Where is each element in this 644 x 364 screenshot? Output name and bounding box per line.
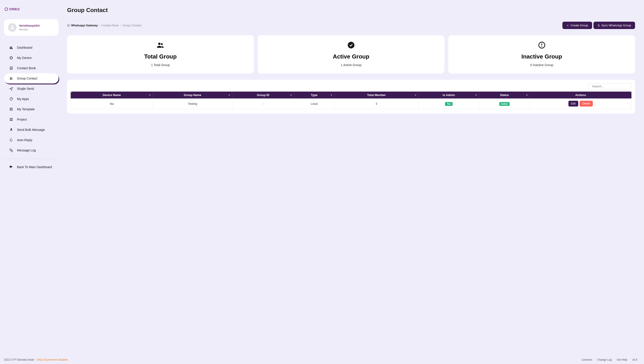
svg-point-8	[10, 77, 12, 78]
footer-copyright: 2022 © PT Borwita Indah -	[4, 358, 37, 361]
create-group-button[interactable]: Create Group	[562, 22, 592, 29]
sidebar-item-my-device[interactable]: My Device	[4, 53, 59, 63]
footer-brand-link[interactable]: Orbiz Ecommerce Enabler	[37, 358, 68, 361]
table-card: Device Name Group Name Group ID Type Tot…	[67, 80, 635, 114]
sidebar-item-label: My Device	[17, 56, 32, 60]
cell-actions: Edit Delete	[530, 98, 631, 109]
col-total-member[interactable]: Total Member	[335, 92, 418, 98]
breadcrumb-separator: ›	[120, 24, 121, 27]
filter-icon	[414, 94, 416, 96]
sidebar-item-label: Dashboard	[17, 46, 33, 49]
col-group-id[interactable]: Group ID	[232, 92, 294, 98]
footer-version: v0.5	[632, 358, 637, 361]
svg-point-23	[161, 43, 163, 45]
stat-sub: 1 Active Group	[262, 63, 440, 67]
stat-title: Active Group	[262, 53, 440, 60]
refresh-icon	[597, 24, 600, 27]
footer-help-link[interactable]: Get Help	[617, 358, 627, 361]
footer-changelog-link[interactable]: Change Log	[597, 358, 612, 361]
cell-type: Local	[294, 98, 334, 109]
cell-status: Active	[479, 98, 530, 109]
svg-point-22	[158, 43, 161, 45]
filter-icon	[330, 94, 332, 96]
message-log-icon	[9, 148, 14, 152]
sidebar-item-contact-book[interactable]: Contact Book	[4, 63, 59, 73]
sidebar-item-label: My Template	[17, 108, 35, 111]
breadcrumb: Whatsapp Gateway › Contact Book › Group …	[67, 24, 141, 27]
cell-group-id: -	[232, 98, 294, 109]
delete-button[interactable]: Delete	[580, 101, 593, 106]
sidebar-item-my-template[interactable]: My Template	[4, 104, 59, 114]
search-box[interactable]	[588, 83, 631, 89]
svg-rect-3	[10, 56, 12, 59]
breadcrumb-separator: ›	[99, 24, 100, 27]
stat-sub: 0 Inactive Group	[453, 63, 630, 67]
sidebar-item-group-contact[interactable]: Group Contact	[4, 73, 59, 84]
logo[interactable]: ORBIZ	[4, 7, 59, 19]
sidebar-item-label: My Apps	[17, 97, 29, 101]
footer-licenses-link[interactable]: Licenses	[582, 358, 592, 361]
stat-card-inactive: Inactive Group 0 Inactive Group	[448, 35, 635, 74]
auto-reply-icon	[9, 138, 14, 142]
sidebar-item-label: Auto Reply	[17, 138, 32, 142]
data-table: Device Name Group Name Group ID Type Tot…	[71, 92, 631, 109]
stat-card-active: Active Group 1 Active Group	[258, 35, 445, 74]
sidebar-item-my-apps[interactable]: My Apps	[4, 94, 59, 104]
col-group-name[interactable]: Group Name	[153, 92, 232, 98]
sidebar-item-label: Contact Book	[17, 66, 36, 70]
footer: 2022 © PT Borwita Indah - Orbiz Ecommerc…	[0, 356, 644, 364]
sidebar-item-send-bulk[interactable]: Send Bulk Message	[4, 124, 59, 135]
whatsapp-icon	[67, 24, 70, 27]
col-is-admin[interactable]: Is Admin	[418, 92, 479, 98]
is-admin-badge: Yes	[445, 102, 452, 106]
stat-sub: 1 Total Group	[72, 63, 249, 67]
cell-total-member: 3	[335, 98, 418, 109]
single-send-icon	[9, 86, 14, 91]
col-status[interactable]: Status	[479, 92, 530, 98]
group-contact-icon	[9, 76, 14, 80]
svg-point-9	[12, 78, 12, 78]
profile-role: Member	[19, 28, 28, 31]
breadcrumb-mid[interactable]: Contact Book	[102, 24, 119, 27]
plus-icon	[566, 24, 569, 27]
nav-divider	[4, 158, 59, 159]
col-type[interactable]: Type	[294, 92, 334, 98]
check-circle-icon	[262, 41, 440, 49]
stat-title: Total Group	[72, 53, 249, 60]
svg-point-7	[11, 68, 12, 68]
sidebar-item-single-send[interactable]: Single Send	[4, 84, 59, 94]
sidebar-item-dashboard[interactable]: Dashboard	[4, 42, 59, 53]
sync-whatsapp-button[interactable]: Sync WhatsApp Group	[593, 22, 635, 29]
breadcrumb-current: Group Contact	[123, 24, 142, 27]
filter-icon	[290, 94, 292, 96]
sidebar-item-auto-reply[interactable]: Auto Reply	[4, 135, 59, 145]
device-icon	[9, 56, 14, 60]
sidebar-item-back[interactable]: Back To Main Dashboard	[4, 162, 59, 172]
filter-icon	[149, 94, 151, 96]
profile-name: fariskhasyaiful	[19, 24, 40, 27]
page-title: Group Contact	[67, 7, 635, 14]
breadcrumb-root[interactable]: Whatsapp Gateway	[67, 24, 98, 27]
sidebar-item-project[interactable]: Project	[4, 114, 59, 124]
svg-point-21	[68, 24, 70, 26]
profile-card[interactable]: fariskhasyaiful Member	[4, 19, 59, 36]
sidebar-item-label: Message Log	[17, 148, 36, 152]
project-icon	[9, 117, 14, 122]
sidebar-item-label: Send Bulk Message	[17, 128, 45, 132]
svg-point-24	[348, 42, 354, 48]
sidebar-item-label: Single Send	[17, 87, 34, 90]
search-input[interactable]	[592, 85, 630, 88]
status-badge: Active	[499, 102, 510, 106]
table-row: Ika Testing - Local 3 Yes Active Edit De…	[71, 98, 631, 109]
edit-button[interactable]: Edit	[568, 101, 578, 106]
rocket-icon	[9, 128, 14, 132]
svg-point-11	[12, 98, 12, 99]
filter-icon	[526, 94, 528, 96]
users-icon	[72, 41, 249, 49]
sidebar-item-label: Back To Main Dashboard	[17, 165, 52, 169]
contact-book-icon	[9, 66, 14, 70]
alert-circle-icon	[453, 41, 630, 49]
sidebar-item-message-log[interactable]: Message Log	[4, 145, 59, 156]
col-device-name[interactable]: Device Name	[71, 92, 153, 98]
stat-card-total: Total Group 1 Total Group	[67, 35, 254, 74]
